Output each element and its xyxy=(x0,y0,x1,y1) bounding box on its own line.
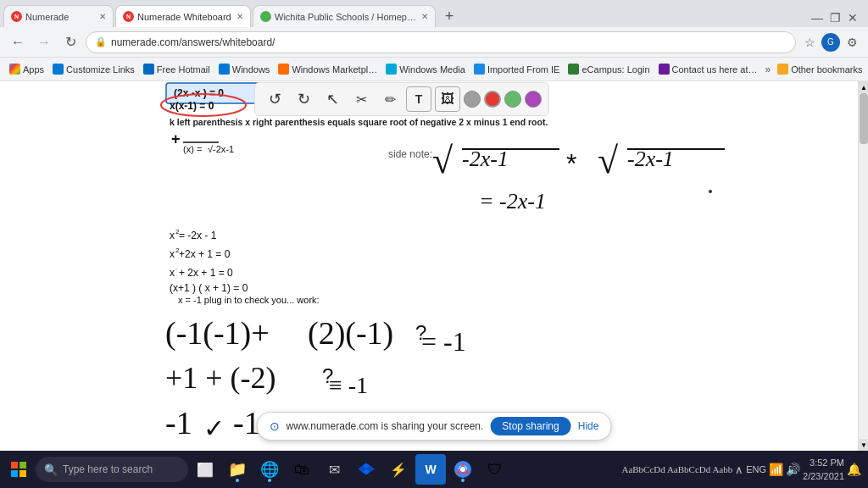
bookmark-ecampus[interactable]: eCampus: Login xyxy=(564,62,654,76)
svg-text:side note:: side note: xyxy=(388,148,432,160)
svg-text:-2x-1: -2x-1 xyxy=(627,147,674,171)
start-button[interactable] xyxy=(3,454,34,485)
tab-wichita[interactable]: Wichita Public Schools / Homep… ✕ xyxy=(253,5,436,27)
bookmark-contact-label: Contact us here at… xyxy=(672,64,758,75)
whiteboard-area: (2x -x ) = 0 x(x-1) = 0 k left parenthes… xyxy=(0,81,858,451)
svg-text:(x+1 ) ( x + 1) = 0: (x+1 ) ( x + 1) = 0 xyxy=(170,282,248,294)
address-bar[interactable]: 🔒 numerade.com/answers/whiteboard/ xyxy=(86,31,796,53)
color-red[interactable] xyxy=(484,91,501,108)
taskbar-app-edge[interactable]: 🌐 xyxy=(254,454,285,485)
color-purple[interactable] xyxy=(525,91,542,108)
hide-share-button[interactable]: Hide xyxy=(578,420,599,432)
bookmark-customize[interactable]: Customize Links xyxy=(48,62,139,76)
maximize-button[interactable]: ❐ xyxy=(830,12,841,24)
svg-text:√: √ xyxy=(432,140,453,181)
bookmark-ie[interactable]: Imported From IE xyxy=(470,62,565,76)
tab-numerade[interactable]: N Numerade ✕ xyxy=(3,5,114,27)
scroll-thumb[interactable] xyxy=(860,93,868,144)
profile-menu-icon[interactable]: G xyxy=(821,33,840,52)
tab-wichita-close[interactable]: ✕ xyxy=(421,12,428,21)
other-bookmarks-label: Other bookmarks xyxy=(791,64,862,75)
eraser-button[interactable]: ✂ xyxy=(348,86,374,112)
bookmark-hotmail[interactable]: Free Hotmail xyxy=(139,62,214,76)
svg-text:*: * xyxy=(566,148,576,179)
bookmark-apps[interactable]: Apps xyxy=(5,62,48,76)
bookmark-marketplace[interactable]: Windows Marketpl… xyxy=(274,62,381,76)
tab-wichita-label: Wichita Public Schools / Homep… xyxy=(275,12,416,22)
taskbar-app-explorer[interactable]: 📁 xyxy=(222,454,253,485)
tray-expand[interactable]: ∧ xyxy=(735,463,743,476)
extension-icon[interactable]: ⚙ xyxy=(843,33,861,52)
svg-text:+  2x  +  1  =  0: + 2x + 1 = 0 xyxy=(179,267,233,279)
svg-text:k left parenthesis x right par: k left parenthesis x right parenthesis e… xyxy=(170,117,548,127)
svg-text:(x) =: (x) = xyxy=(183,144,202,154)
tray-volume-icon: 🔊 xyxy=(786,463,800,476)
tab-whiteboard-close[interactable]: ✕ xyxy=(236,12,243,21)
scroll-up-arrow[interactable]: ▲ xyxy=(859,81,868,93)
taskbar-clock[interactable]: 3:52 PM 2/23/2021 xyxy=(803,456,844,484)
tray-fonts-icon: AaBbCcDd AaBbCcDd Aabb xyxy=(621,464,732,474)
svg-text:=  -2x-1: = -2x-1 xyxy=(479,189,546,214)
undo-button[interactable]: ↺ xyxy=(262,86,287,112)
taskbar-time: 3:52 PM xyxy=(803,456,844,470)
taskbar-app-word[interactable]: W xyxy=(415,454,446,485)
tab-numerade-close[interactable]: ✕ xyxy=(99,12,106,21)
taskbar-app-dropbox[interactable] xyxy=(351,454,381,485)
bookmark-apps-label: Apps xyxy=(23,64,44,75)
notification-icon[interactable]: 🔔 xyxy=(847,463,861,476)
scroll-down-arrow[interactable]: ▼ xyxy=(859,439,868,451)
taskbar-app-chrome[interactable] xyxy=(448,454,478,485)
svg-text:√: √ xyxy=(598,140,619,181)
tab-numerade-label: Numerade xyxy=(25,12,94,22)
svg-point-39 xyxy=(709,190,712,193)
taskbar-app-mail[interactable]: ✉ xyxy=(319,454,349,485)
task-view-button[interactable]: ⬜ xyxy=(190,454,220,485)
svg-text:+: + xyxy=(171,130,181,147)
svg-rect-40 xyxy=(11,462,18,469)
text-tool-button[interactable]: T xyxy=(406,86,431,112)
bookmark-marketplace-label: Windows Marketpl… xyxy=(292,64,377,75)
svg-text:✓: ✓ xyxy=(203,414,225,442)
bookmark-windows[interactable]: Windows xyxy=(214,62,275,76)
bookmark-windows-label: Windows xyxy=(232,64,270,75)
taskbar-app-shield[interactable]: 🛡 xyxy=(480,454,510,485)
taskbar-date: 2/23/2021 xyxy=(803,469,844,484)
tray-lang-icon[interactable]: ENG xyxy=(746,464,766,474)
share-screen-icon: ⊙ xyxy=(270,419,280,433)
scrollbar-right[interactable]: ▲ ▼ xyxy=(858,81,868,451)
svg-text:(-1(-1)+: (-1(-1)+ xyxy=(165,315,270,352)
taskbar-search[interactable]: 🔍 Type here to search xyxy=(36,457,188,482)
bookmark-media[interactable]: Windows Media xyxy=(381,62,470,76)
select-tool-button[interactable]: ↖ xyxy=(320,86,345,112)
svg-text:+1 + (-2): +1 + (-2) xyxy=(165,361,276,395)
tab-whiteboard[interactable]: N Numerade Whiteboard ✕ xyxy=(115,5,251,27)
new-tab-button[interactable]: + xyxy=(437,5,461,27)
color-green[interactable] xyxy=(504,91,521,108)
svg-rect-41 xyxy=(19,462,26,469)
svg-text:= -2x - 1: = -2x - 1 xyxy=(179,230,217,241)
svg-text:x(x-1) =  0: x(x-1) = 0 xyxy=(170,100,214,112)
bookmark-ie-label: Imported From IE xyxy=(487,64,560,75)
minimize-button[interactable]: — xyxy=(811,12,823,24)
redo-button[interactable]: ↻ xyxy=(291,86,316,112)
svg-text:-1: -1 xyxy=(165,405,192,441)
back-button[interactable]: ← xyxy=(7,31,29,53)
image-tool-button[interactable]: 🖼 xyxy=(435,86,460,112)
address-text: numerade.com/answers/whiteboard/ xyxy=(111,36,787,48)
stop-sharing-button[interactable]: Stop sharing xyxy=(490,417,570,435)
close-button[interactable]: ✕ xyxy=(848,12,858,24)
bookmark-contact[interactable]: Contact us here at… xyxy=(654,62,762,76)
whiteboard-svg: (2x -x ) = 0 x(x-1) = 0 k left parenthes… xyxy=(0,81,858,451)
pen-tool-button[interactable]: ✏ xyxy=(377,86,403,112)
forward-button[interactable]: → xyxy=(33,31,55,53)
bookmarks-star-icon[interactable]: ☆ xyxy=(800,33,819,52)
refresh-button[interactable]: ↻ xyxy=(59,31,81,53)
taskbar-app-store[interactable]: 🛍 xyxy=(287,454,317,485)
color-gray[interactable] xyxy=(464,91,481,108)
share-screen-text: www.numerade.com is sharing your screen. xyxy=(287,420,484,432)
svg-rect-43 xyxy=(19,470,26,477)
svg-text:.: . xyxy=(175,263,177,271)
more-bookmarks[interactable]: » xyxy=(761,64,774,75)
svg-point-50 xyxy=(460,467,465,472)
taskbar-app-sublime[interactable]: ⚡ xyxy=(383,454,414,485)
